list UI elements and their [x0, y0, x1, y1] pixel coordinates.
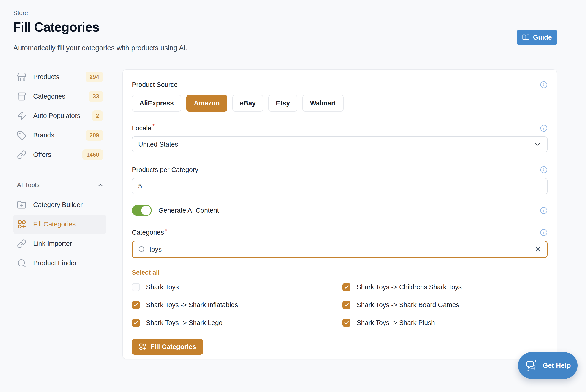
- get-help-button[interactable]: Get Help: [518, 352, 577, 379]
- category-option[interactable]: Shark Toys -> Shark Inflatables: [132, 301, 343, 309]
- lightning-icon: [17, 111, 27, 121]
- products-per-category-input[interactable]: [132, 178, 547, 194]
- info-icon[interactable]: [540, 207, 547, 214]
- check-icon: [344, 302, 349, 308]
- sidebar-item-products[interactable]: Products 294: [13, 67, 106, 87]
- check-icon: [344, 284, 349, 290]
- check-icon: [344, 320, 349, 326]
- locale-selected-value: United States: [138, 141, 178, 148]
- category-option-label: Shark Toys -> Shark Lego: [146, 319, 222, 326]
- submit-button-label: Fill Categories: [150, 343, 196, 350]
- guide-button[interactable]: Guide: [517, 30, 557, 45]
- sidebar-item-offers[interactable]: Offers 1460: [13, 145, 106, 164]
- sidebar-item-label: Brands: [33, 132, 54, 139]
- locale-select[interactable]: United States: [132, 136, 547, 152]
- category-option[interactable]: Shark Toys: [132, 283, 343, 291]
- locale-label: Locale: [132, 124, 151, 132]
- book-open-icon: [522, 34, 529, 41]
- sidebar-item-label: Products: [33, 73, 59, 81]
- check-icon: [133, 302, 138, 308]
- checkbox[interactable]: [132, 301, 140, 309]
- generate-ai-content-row: Generate AI Content: [132, 205, 547, 216]
- sidebar-item-auto-populators[interactable]: Auto Populators 2: [13, 106, 106, 126]
- info-icon[interactable]: [540, 124, 547, 132]
- sidebar-item-brands[interactable]: Brands 209: [13, 126, 106, 145]
- get-help-label: Get Help: [542, 362, 571, 369]
- categories-search-box: [132, 240, 547, 258]
- sidebar-item-label: Offers: [33, 151, 51, 158]
- link-icon: [17, 150, 27, 160]
- category-option[interactable]: Shark Toys -> Shark Plush: [343, 319, 547, 327]
- sidebar-item-fill-categories[interactable]: Fill Categories: [13, 214, 106, 234]
- page-title: Fill Categories: [13, 19, 99, 34]
- fill-categories-submit-button[interactable]: Fill Categories: [132, 339, 203, 355]
- product-source-options: AliExpress Amazon eBay Etsy Walmart: [132, 95, 547, 112]
- store-icon: [17, 72, 27, 82]
- sidebar-item-label: Link Importer: [33, 240, 72, 248]
- sidebar-item-label: Fill Categories: [33, 220, 76, 228]
- source-option-ebay[interactable]: eBay: [232, 95, 263, 112]
- page-subtitle: Automatically fill your categories with …: [13, 44, 188, 52]
- generate-ai-content-toggle[interactable]: [132, 205, 152, 216]
- sidebar-item-label: Product Finder: [33, 259, 77, 267]
- category-option-label: Shark Toys -> Shark Board Games: [357, 301, 459, 309]
- checkbox[interactable]: [343, 301, 351, 309]
- category-option-label: Shark Toys: [146, 283, 179, 291]
- tag-icon: [17, 130, 27, 140]
- info-icon[interactable]: [540, 166, 547, 174]
- category-option[interactable]: Shark Toys -> Shark Board Games: [343, 301, 547, 309]
- grid-plus-icon: [139, 343, 147, 350]
- chevron-up-icon: [97, 182, 104, 188]
- chevron-down-icon: [534, 141, 541, 148]
- sidebar-item-category-builder[interactable]: Category Builder: [13, 195, 106, 214]
- generate-ai-content-label: Generate AI Content: [158, 207, 219, 214]
- sidebar-item-link-importer[interactable]: Link Importer: [13, 234, 106, 254]
- fill-categories-form-panel: Product Source AliExpress Amazon eBay Et…: [122, 69, 557, 359]
- info-icon[interactable]: [540, 81, 547, 88]
- checkbox[interactable]: [343, 319, 351, 327]
- guide-button-label: Guide: [533, 34, 552, 41]
- category-option[interactable]: Shark Toys -> Childrens Shark Toys: [343, 283, 547, 291]
- toggle-knob: [141, 206, 151, 215]
- category-option[interactable]: Shark Toys -> Shark Lego: [132, 319, 343, 327]
- source-option-aliexpress[interactable]: AliExpress: [132, 95, 181, 112]
- required-asterisk: *: [165, 227, 167, 234]
- sidebar-item-label: Category Builder: [33, 201, 83, 208]
- products-count-badge: 294: [86, 72, 103, 82]
- categories-label: Categories: [132, 229, 164, 236]
- sidebar-item-label: Auto Populators: [33, 112, 80, 120]
- ai-tools-section-header[interactable]: AI Tools: [17, 181, 104, 189]
- grid-plus-icon: [17, 220, 27, 229]
- clear-search-icon[interactable]: [534, 246, 541, 253]
- check-icon: [133, 320, 138, 326]
- sidebar-item-categories[interactable]: Categories 33: [13, 87, 106, 106]
- breadcrumb[interactable]: Store: [13, 10, 28, 17]
- source-option-walmart[interactable]: Walmart: [303, 95, 343, 112]
- category-option-label: Shark Toys -> Shark Plush: [357, 319, 435, 326]
- checkbox[interactable]: [132, 283, 140, 291]
- category-options-grid: Shark Toys Shark Toys -> Childrens Shark…: [132, 283, 547, 327]
- checkbox[interactable]: [343, 283, 351, 291]
- categories-search-input[interactable]: [149, 246, 534, 253]
- product-source-label: Product Source: [132, 81, 178, 88]
- offers-count-badge: 1460: [82, 149, 103, 160]
- search-icon: [138, 246, 145, 253]
- archive-box-icon: [17, 92, 27, 101]
- search-icon: [17, 258, 27, 268]
- info-icon[interactable]: [540, 229, 547, 236]
- brands-count-badge: 209: [86, 130, 103, 141]
- select-all-link[interactable]: Select all: [132, 269, 160, 276]
- source-option-etsy[interactable]: Etsy: [268, 95, 297, 112]
- auto-populators-count-badge: 2: [92, 110, 103, 121]
- chat-sparkle-icon: [525, 358, 539, 372]
- category-option-label: Shark Toys -> Shark Inflatables: [146, 301, 238, 309]
- source-option-amazon[interactable]: Amazon: [186, 95, 227, 112]
- folder-plus-icon: [17, 200, 27, 210]
- checkbox[interactable]: [132, 319, 140, 327]
- sidebar: Products 294 Categories 33 Auto Populato…: [13, 67, 106, 273]
- categories-count-badge: 33: [89, 91, 103, 102]
- sidebar-item-product-finder[interactable]: Product Finder: [13, 254, 106, 273]
- category-option-label: Shark Toys -> Childrens Shark Toys: [357, 283, 462, 291]
- required-asterisk: *: [152, 123, 155, 130]
- link-icon: [17, 239, 27, 248]
